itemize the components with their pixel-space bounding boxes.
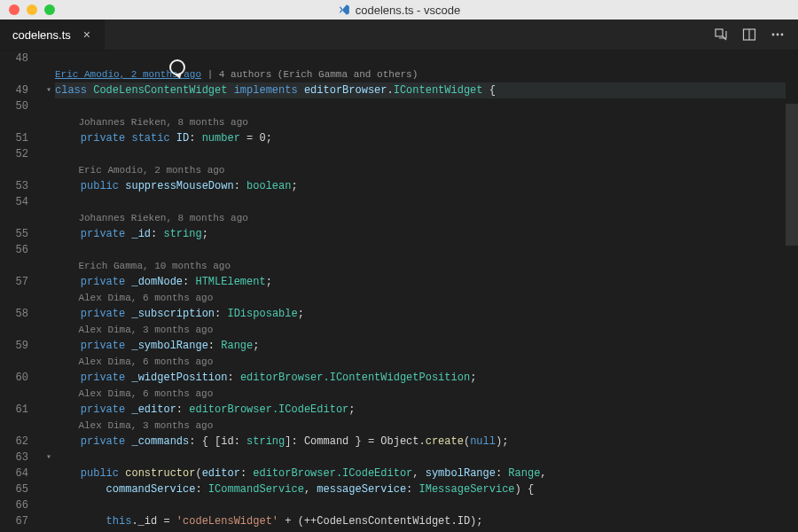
- svg-point-4: [777, 34, 779, 36]
- line-number: 62: [0, 434, 39, 450]
- titlebar: codelens.ts - vscode: [0, 0, 798, 20]
- split-editor-icon[interactable]: [741, 27, 757, 43]
- line-number: 58: [0, 306, 39, 322]
- line-number: 50: [0, 98, 39, 114]
- line-number: 59: [0, 338, 39, 354]
- line-number: 48: [0, 51, 39, 66]
- blame-annotation: Alex Dima, 6 months ago: [55, 290, 786, 306]
- svg-point-5: [781, 34, 784, 36]
- svg-rect-0: [716, 29, 723, 36]
- gutter: 48 49 50 51 52 53 54 55 56 57 58 59 60 6…: [0, 51, 43, 532]
- more-actions-icon[interactable]: [770, 27, 786, 43]
- code-line: private _commands: { [id: string]: Comma…: [55, 434, 786, 450]
- line-number: 64: [0, 466, 39, 481]
- code-line: [55, 242, 786, 258]
- fold-column: ▾ ▾: [43, 51, 55, 532]
- codelens-annotation: Eric Amodio, 2 months ago | 4 authors (E…: [55, 66, 786, 82]
- blame-annotation: Johannes Rieken, 8 months ago: [55, 114, 786, 130]
- line-number: 53: [0, 178, 39, 194]
- open-changes-icon[interactable]: [713, 27, 729, 43]
- line-number: 63: [0, 450, 39, 466]
- line-number: 49: [0, 82, 39, 98]
- code-line: commandService: ICommandService, message…: [55, 481, 786, 497]
- code-line: [55, 146, 786, 162]
- vscode-icon: [338, 4, 350, 16]
- code-line: [55, 450, 786, 466]
- line-number: 51: [0, 130, 39, 146]
- tab-close-icon[interactable]: ×: [80, 27, 94, 42]
- code-line: this._id = 'codeLensWidget' + (++CodeLen…: [55, 513, 786, 529]
- code-line: class CodeLensContentWidget implements e…: [55, 82, 786, 98]
- blame-annotation: Alex Dima, 3 months ago: [55, 322, 786, 338]
- blame-annotation: Alex Dima, 6 months ago: [55, 354, 786, 370]
- traffic-lights: [0, 4, 55, 15]
- minimize-window-button[interactable]: [27, 4, 37, 15]
- blame-annotation: Alex Dima, 3 months ago: [55, 418, 786, 434]
- line-number: 61: [0, 402, 39, 418]
- code-area[interactable]: Eric Amodio, 2 months ago | 4 authors (E…: [55, 51, 798, 532]
- code-line: [55, 497, 786, 513]
- line-number: 66: [0, 497, 39, 513]
- codelens-author-link[interactable]: Eric Amodio, 2 months ago: [55, 69, 201, 80]
- line-number: 55: [0, 226, 39, 242]
- line-number: 57: [0, 274, 39, 290]
- code-line: private _subscription: IDisposable;: [55, 306, 786, 322]
- blame-annotation: Johannes Rieken, 8 months ago: [55, 210, 786, 226]
- close-window-button[interactable]: [9, 4, 20, 15]
- line-number: 52: [0, 146, 39, 162]
- tab-spacer: [106, 20, 700, 50]
- editor-actions: [700, 20, 798, 50]
- codelens-authors-text[interactable]: 4 authors (Erich Gamma and others): [219, 69, 418, 80]
- window-title: codelens.ts - vscode: [0, 4, 798, 17]
- code-line: private _widgetPosition: editorBrowser.I…: [55, 370, 786, 386]
- line-number: 54: [0, 194, 39, 210]
- line-number: 67: [0, 513, 39, 529]
- blame-annotation: Erich Gamma, 10 months ago: [55, 258, 786, 274]
- fold-indicator-icon[interactable]: ▾: [43, 450, 55, 466]
- blame-annotation: Alex Dima, 6 months ago: [55, 386, 786, 402]
- editor[interactable]: 48 49 50 51 52 53 54 55 56 57 58 59 60 6…: [0, 51, 798, 532]
- line-number: 56: [0, 242, 39, 258]
- codelens-separator: |: [201, 69, 219, 80]
- code-line: public suppressMouseDown: boolean;: [55, 178, 786, 194]
- tab-codelens-ts[interactable]: codelens.ts ×: [0, 20, 106, 50]
- code-line: private _id: string;: [55, 226, 786, 242]
- fold-indicator-icon[interactable]: ▾: [43, 82, 55, 98]
- scrollbar-thumb[interactable]: [786, 104, 798, 246]
- code-line: private _domNode: HTMLElement;: [55, 274, 786, 290]
- blame-annotation: Eric Amodio, 2 months ago: [55, 162, 786, 178]
- code-line: [55, 194, 786, 210]
- code-line: private _symbolRange: Range;: [55, 338, 786, 354]
- line-number: 60: [0, 370, 39, 386]
- code-line: [55, 98, 786, 114]
- editor-tab-row: codelens.ts ×: [0, 20, 798, 51]
- code-line: private static ID: number = 0;: [55, 130, 786, 146]
- svg-point-3: [772, 34, 775, 36]
- window-title-text: codelens.ts - vscode: [356, 4, 461, 17]
- tab-label: codelens.ts: [12, 28, 71, 42]
- line-number: 65: [0, 481, 39, 497]
- code-line: public constructor(editor: editorBrowser…: [55, 466, 786, 481]
- code-line: private _editor: editorBrowser.ICodeEdit…: [55, 402, 786, 418]
- zoom-window-button[interactable]: [44, 4, 55, 15]
- code-line: [55, 51, 786, 66]
